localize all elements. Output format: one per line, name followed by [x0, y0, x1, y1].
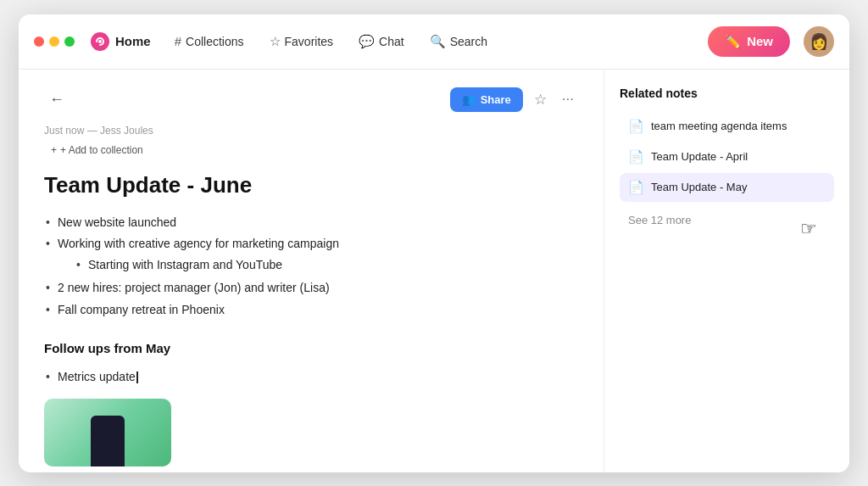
nav-collections-label: Collections: [186, 35, 243, 48]
related-notes-panel: Related notes 📄 team meeting agenda item…: [604, 70, 849, 472]
note-area: ← 👥 Share ☆ ··· Just now — Jess Joules: [19, 70, 604, 472]
toolbar-right: 👥 Share ☆ ···: [450, 87, 578, 113]
maximize-button[interactable]: [64, 36, 75, 47]
user-avatar[interactable]: 👩: [804, 26, 834, 57]
nav-chat[interactable]: 💬 Chat: [348, 29, 415, 54]
main-nav: Home # Collections ☆ Favorites 💬 Chat 🔍 …: [90, 26, 834, 57]
nav-search[interactable]: 🔍 Search: [420, 29, 498, 54]
nav-home-label: Home: [115, 34, 151, 48]
related-item-2-label: Team Update - April: [651, 150, 748, 163]
back-arrow-icon: ←: [49, 91, 64, 108]
nav-chat-label: Chat: [379, 35, 404, 48]
text-cursor: [136, 371, 138, 383]
related-item-3-label: Team Update - May: [651, 181, 747, 193]
related-item-1-label: team meeting agenda items: [651, 120, 787, 132]
favorite-button[interactable]: ☆: [530, 87, 551, 113]
share-label: Share: [481, 93, 511, 106]
app-window: Home # Collections ☆ Favorites 💬 Chat 🔍 …: [19, 14, 849, 472]
favorite-icon: ☆: [534, 92, 547, 108]
add-to-collection-button[interactable]: + + Add to collection: [44, 142, 150, 159]
bullet-3: 2 new hires: project manager (Jon) and w…: [44, 277, 578, 299]
chat-icon: 💬: [359, 34, 375, 49]
content-area: ← 👥 Share ☆ ··· Just now — Jess Joules: [19, 70, 849, 472]
doc-icon-2: 📄: [628, 149, 644, 165]
followup-bullets: Metrics update: [44, 366, 578, 388]
star-icon: ☆: [270, 34, 281, 49]
close-button[interactable]: [34, 36, 44, 47]
hash-icon: #: [175, 34, 181, 48]
note-toolbar: ← 👥 Share ☆ ···: [44, 87, 578, 113]
nav-favorites[interactable]: ☆ Favorites: [259, 29, 344, 54]
more-button[interactable]: ···: [558, 87, 578, 112]
add-icon: +: [51, 144, 57, 156]
nav-search-label: Search: [450, 35, 487, 48]
traffic-lights: [34, 36, 75, 47]
note-meta: Just now — Jess Joules: [44, 125, 578, 137]
minimize-button[interactable]: [49, 36, 59, 47]
svg-point-1: [98, 40, 102, 43]
phone-mockup: [91, 416, 125, 466]
see-more-button[interactable]: See 12 more: [620, 210, 834, 230]
doc-icon-1: 📄: [628, 119, 644, 134]
search-icon: 🔍: [430, 34, 446, 49]
new-button[interactable]: ✏️ New: [708, 26, 790, 57]
more-icon: ···: [562, 91, 574, 107]
followup-1: Metrics update: [44, 366, 578, 388]
bullet-4: Fall company retreat in Phoenix: [44, 299, 578, 321]
related-item-1[interactable]: 📄 team meeting agenda items: [620, 112, 834, 141]
note-title: Team Update - June: [44, 172, 578, 198]
add-collection-label: + Add to collection: [60, 144, 143, 156]
bullet-1: New website launched: [44, 212, 578, 234]
new-button-label: New: [747, 34, 773, 48]
home-logo-icon: [90, 31, 110, 52]
nav-home[interactable]: Home: [90, 31, 151, 52]
bullet-2: Working with creative agency for marketi…: [44, 233, 578, 277]
avatar-image: 👩: [810, 32, 828, 51]
back-button[interactable]: ←: [44, 87, 70, 112]
note-bullets: New website launched Working with creati…: [44, 212, 578, 321]
related-notes-title: Related notes: [620, 87, 834, 100]
nav-favorites-label: Favorites: [285, 35, 334, 48]
share-button[interactable]: 👥 Share: [450, 87, 523, 112]
titlebar: Home # Collections ☆ Favorites 💬 Chat 🔍 …: [19, 14, 849, 70]
sub-bullet-1: Starting with Instagram and YouTube: [75, 254, 578, 277]
related-item-2[interactable]: 📄 Team Update - April: [620, 142, 834, 171]
related-item-3[interactable]: 📄 Team Update - May: [620, 173, 834, 202]
note-section-title: Follow ups from May: [44, 338, 578, 360]
note-image-thumbnail: [44, 399, 171, 466]
sub-bullets: Starting with Instagram and YouTube: [58, 254, 578, 277]
doc-icon-3: 📄: [628, 180, 644, 195]
share-icon: 👥: [462, 93, 476, 106]
note-body: New website launched Working with creati…: [44, 212, 578, 466]
nav-collections[interactable]: # Collections: [164, 29, 254, 53]
edit-icon: ✏️: [725, 34, 741, 49]
